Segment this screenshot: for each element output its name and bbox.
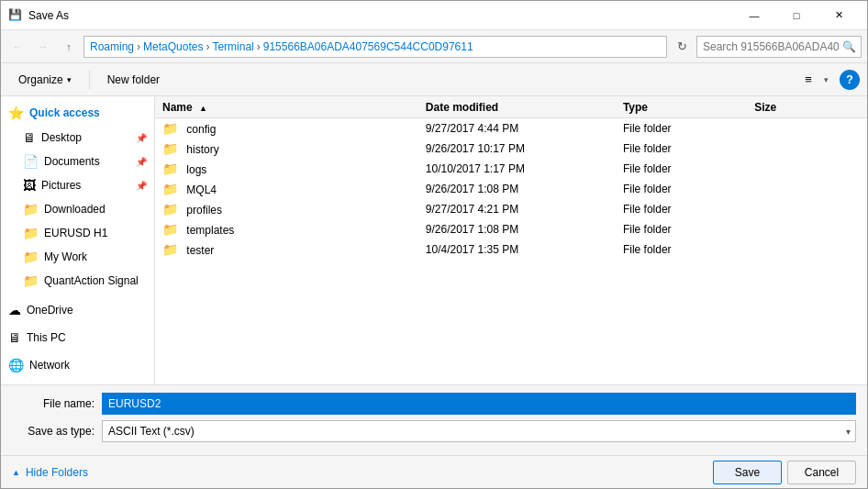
table-row[interactable]: 📁 config 9/27/2017 4:44 PM File folder — [155, 118, 867, 139]
up-button[interactable]: ↑ — [58, 36, 80, 58]
table-row[interactable]: 📁 logs 10/10/2017 1:17 PM File folder — [155, 159, 867, 179]
sidebar-item-onedrive[interactable]: ☁ OneDrive — [1, 298, 154, 322]
table-row[interactable]: 📁 templates 9/26/2017 1:08 PM File folde… — [155, 219, 867, 239]
table-row[interactable]: 📁 profiles 9/27/2017 4:21 PM File folder — [155, 199, 867, 219]
breadcrumb-sep-3: › — [257, 40, 261, 53]
cancel-button[interactable]: Cancel — [787, 461, 856, 484]
eurusd-icon: 📁 — [23, 226, 39, 240]
file-date-cell: 10/10/2017 1:17 PM — [426, 162, 623, 175]
breadcrumb[interactable]: Roaming › MetaQuotes › Terminal › 915566… — [83, 36, 667, 58]
file-date-cell: 9/27/2017 4:44 PM — [426, 122, 623, 135]
col-header-type[interactable]: Type — [623, 101, 754, 114]
view-chevron: ▾ — [824, 75, 829, 84]
file-type-cell: File folder — [623, 203, 754, 216]
sidebar-item-eurusd[interactable]: 📁 EURUSD H1 — [1, 221, 154, 245]
sidebar-item-mywork[interactable]: 📁 My Work — [1, 245, 154, 269]
search-input[interactable] — [696, 36, 862, 58]
quick-access-header[interactable]: ⭐ Quick access — [1, 100, 154, 126]
forward-button[interactable]: → — [32, 36, 54, 58]
desktop-icon: 🖥 — [23, 130, 36, 145]
downloaded-icon: 📁 — [23, 202, 39, 217]
file-list: 📁 config 9/27/2017 4:44 PM File folder 📁… — [155, 118, 867, 384]
network-icon: 🌐 — [8, 358, 24, 372]
window-controls: — □ ✕ — [733, 2, 860, 29]
file-date-cell: 9/27/2017 4:21 PM — [426, 203, 623, 216]
chevron-icon: ▲ — [12, 468, 20, 477]
thispc-icon: 🖥 — [8, 330, 21, 345]
star-icon: ⭐ — [8, 106, 24, 120]
col-header-date[interactable]: Date modified — [426, 101, 623, 114]
file-type-cell: File folder — [623, 243, 754, 256]
toolbar-right: ≡ ▾ ? — [796, 68, 860, 92]
quick-access-section: ⭐ Quick access 🖥 Desktop 📌 📄 Documents 📌… — [1, 100, 154, 293]
view-icon: ≡ — [805, 72, 812, 86]
sidebar-item-pictures-label: Pictures — [41, 179, 81, 192]
save-button[interactable]: Save — [713, 461, 782, 484]
documents-icon: 📄 — [23, 154, 39, 169]
hide-folders-label: Hide Folders — [26, 466, 88, 479]
file-name-cell: 📁 MQL4 — [162, 182, 426, 196]
pictures-icon: 🖼 — [23, 178, 36, 193]
sort-icon: ▲ — [199, 104, 207, 113]
close-button[interactable]: ✕ — [818, 2, 860, 29]
sidebar-item-documents-label: Documents — [44, 155, 100, 168]
pin-icon-desktop: 📌 — [136, 133, 147, 143]
refresh-button[interactable]: ↻ — [671, 36, 693, 58]
sidebar-item-desktop[interactable]: 🖥 Desktop 📌 — [1, 126, 154, 150]
hide-folders-toggle[interactable]: ▲ Hide Folders — [12, 466, 88, 479]
footer-buttons: Save Cancel — [713, 461, 856, 484]
back-button[interactable]: ← — [6, 36, 28, 58]
breadcrumb-sep-2: › — [206, 40, 209, 53]
maximize-button[interactable]: □ — [775, 2, 818, 29]
breadcrumb-item-folder[interactable]: 915566BA06ADA407569C544CC0D97611 — [263, 40, 473, 53]
filename-label: File name: — [12, 397, 95, 410]
sidebar-item-quantaction[interactable]: 📁 QuantAction Signal — [1, 269, 154, 293]
sidebar-item-pictures[interactable]: 🖼 Pictures 📌 — [1, 173, 154, 197]
sidebar-item-thispc[interactable]: 🖥 This PC — [1, 326, 154, 350]
breadcrumb-sep-1: › — [137, 40, 140, 53]
main-area: ⭐ Quick access 🖥 Desktop 📌 📄 Documents 📌… — [1, 96, 867, 384]
savetype-label: Save as type: — [12, 425, 95, 438]
table-row[interactable]: 📁 history 9/26/2017 10:17 PM File folder — [155, 139, 867, 159]
folder-icon: 📁 — [162, 182, 178, 196]
footer: ▲ Hide Folders Save Cancel — [1, 455, 867, 488]
table-row[interactable]: 📁 tester 10/4/2017 1:35 PM File folder — [155, 239, 867, 260]
file-name-cell: 📁 history — [162, 141, 426, 156]
file-name-cell: 📁 profiles — [162, 202, 426, 217]
col-header-size[interactable]: Size — [754, 101, 860, 114]
organize-chevron: ▾ — [67, 75, 72, 84]
sidebar-item-quantaction-label: QuantAction Signal — [44, 274, 139, 287]
savetype-row: Save as type: ASCII Text (*.csv)CSV (*.c… — [12, 420, 856, 442]
sidebar-item-network[interactable]: 🌐 Network — [1, 353, 154, 377]
minimize-button[interactable]: — — [733, 2, 775, 29]
organize-button[interactable]: Organize ▾ — [8, 68, 82, 92]
view-button[interactable]: ≡ — [796, 68, 820, 92]
breadcrumb-item-roaming[interactable]: Roaming — [90, 40, 134, 53]
new-folder-label: New folder — [107, 73, 160, 86]
filename-input[interactable] — [102, 393, 856, 415]
dialog-title: Save As — [28, 9, 733, 22]
sidebar-item-eurusd-label: EURUSD H1 — [44, 227, 107, 239]
mywork-icon: 📁 — [23, 250, 39, 264]
col-header-name[interactable]: Name ▲ — [162, 101, 426, 114]
new-folder-button[interactable]: New folder — [97, 68, 170, 92]
dialog-icon: 💾 — [8, 8, 23, 23]
savetype-select[interactable]: ASCII Text (*.csv)CSV (*.csv)Text Files … — [102, 420, 856, 442]
sidebar-item-documents[interactable]: 📄 Documents 📌 — [1, 150, 154, 173]
file-name-cell: 📁 templates — [162, 222, 426, 237]
file-date-cell: 9/26/2017 1:08 PM — [426, 223, 623, 236]
pin-icon-documents: 📌 — [136, 157, 147, 167]
breadcrumb-item-metaquotes[interactable]: MetaQuotes — [143, 40, 203, 53]
help-button[interactable]: ? — [840, 70, 860, 90]
file-name-cell: 📁 config — [162, 121, 426, 136]
file-name-cell: 📁 tester — [162, 242, 426, 257]
table-row[interactable]: 📁 MQL4 9/26/2017 1:08 PM File folder — [155, 179, 867, 199]
toolbar: Organize ▾ New folder ≡ ▾ ? — [1, 63, 867, 96]
file-area: Name ▲ Date modified Type Size 📁 config … — [155, 96, 867, 384]
filename-row: File name: — [12, 393, 856, 415]
breadcrumb-item-terminal[interactable]: Terminal — [212, 40, 253, 53]
bottom-area: File name: Save as type: ASCII Text (*.c… — [1, 384, 867, 455]
sidebar-item-downloaded[interactable]: 📁 Downloaded — [1, 197, 154, 221]
folder-icon: 📁 — [162, 202, 178, 217]
save-as-dialog: 💾 Save As — □ ✕ ← → ↑ Roaming › MetaQuot… — [0, 0, 868, 489]
